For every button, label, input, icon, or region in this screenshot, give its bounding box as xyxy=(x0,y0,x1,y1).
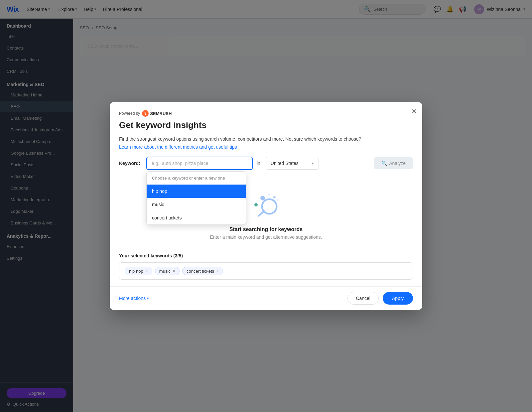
keyword-tag-hip-hop: hip hop × xyxy=(125,267,152,275)
search-illustration: + + xyxy=(249,190,283,221)
modal-footer: More actions ▾ Cancel Apply xyxy=(110,286,422,310)
selected-keywords-label: Your selected keywords (3/5) xyxy=(119,253,413,258)
keyword-row: Keyword: Choose a keyword or enter a new… xyxy=(119,157,413,170)
semrush-text: SEMRUSH xyxy=(150,111,172,116)
svg-line-1 xyxy=(259,211,264,216)
powered-by-label: Powered by S SEMRUSH xyxy=(119,110,413,117)
cancel-button[interactable]: Cancel xyxy=(347,292,379,305)
dropdown-item-concert-tickets[interactable]: concert tickets xyxy=(147,211,246,224)
keyword-section: Keyword: Choose a keyword or enter a new… xyxy=(110,150,422,177)
analyze-search-icon: 🔍 xyxy=(381,161,387,166)
apply-button[interactable]: Apply xyxy=(383,292,413,305)
keyword-label: Keyword: xyxy=(119,161,142,166)
dropdown-item-music[interactable]: music xyxy=(147,198,246,211)
dropdown-item-hip-hop[interactable]: hip hop xyxy=(147,185,246,198)
modal-title: Get keyword insights xyxy=(119,120,413,130)
svg-point-2 xyxy=(254,203,258,206)
modal-learn-more-link[interactable]: Learn more about the different metrics a… xyxy=(119,144,237,150)
in-label: in: xyxy=(257,161,262,166)
keyword-input-wrapper: Choose a keyword or enter a new one hip … xyxy=(146,157,253,170)
footer-buttons: Cancel Apply xyxy=(347,292,413,305)
illustration-subtitle: Enter a main keyword and get alternative… xyxy=(210,234,322,240)
keywords-box: hip hop × music × concert tickets × xyxy=(119,262,413,280)
modal-description: Find the strongest keyword options using… xyxy=(119,136,413,143)
analyze-button[interactable]: 🔍 Analyze xyxy=(374,157,413,169)
keyword-insights-modal: ✕ Powered by S SEMRUSH Get keyword insig… xyxy=(110,102,422,310)
remove-concert-tickets-button[interactable]: × xyxy=(216,268,219,274)
semrush-icon: S xyxy=(142,110,149,117)
keyword-dropdown: Choose a keyword or enter a new one hip … xyxy=(146,171,246,225)
remove-music-button[interactable]: × xyxy=(173,268,175,274)
modal-overlay[interactable]: ✕ Powered by S SEMRUSH Get keyword insig… xyxy=(0,0,532,412)
illustration-title: Start searching for keywords xyxy=(229,226,303,232)
svg-text:+: + xyxy=(268,192,270,197)
modal-close-button[interactable]: ✕ xyxy=(411,107,417,115)
svg-point-4 xyxy=(273,196,276,199)
keyword-input[interactable] xyxy=(146,157,253,170)
keyword-tag-music: music × xyxy=(155,267,180,275)
modal-header: ✕ Powered by S SEMRUSH Get keyword insig… xyxy=(110,102,422,150)
svg-text:+: + xyxy=(276,197,279,203)
remove-hip-hop-button[interactable]: × xyxy=(145,268,148,274)
dropdown-hint: Choose a keyword or enter a new one xyxy=(147,172,246,185)
country-select[interactable]: United States ▾ xyxy=(266,157,319,170)
keyword-tag-concert-tickets: concert tickets × xyxy=(182,267,223,275)
more-actions-button[interactable]: More actions ▾ xyxy=(119,296,149,301)
semrush-logo: S SEMRUSH xyxy=(142,110,172,117)
selected-keywords-section: Your selected keywords (3/5) hip hop × m… xyxy=(110,253,422,286)
svg-point-3 xyxy=(260,196,265,201)
